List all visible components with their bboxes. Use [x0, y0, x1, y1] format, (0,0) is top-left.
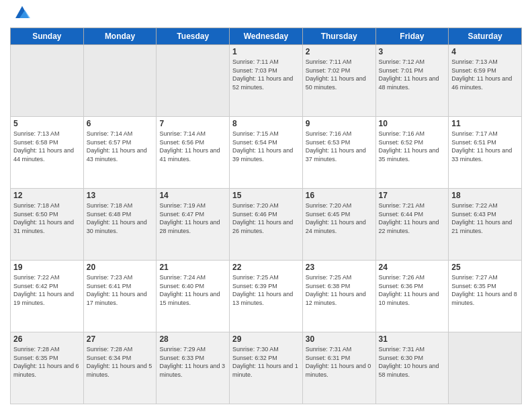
calendar-cell: 11Sunrise: 7:17 AMSunset: 6:51 PMDayligh…: [449, 117, 522, 189]
calendar-cell: [157, 45, 230, 117]
calendar-cell: 8Sunrise: 7:15 AMSunset: 6:54 PMDaylight…: [230, 117, 303, 189]
day-info: Sunrise: 7:12 AMSunset: 7:01 PMDaylight:…: [379, 58, 446, 91]
calendar-cell: 24Sunrise: 7:26 AMSunset: 6:36 PMDayligh…: [375, 261, 449, 332]
calendar-cell: 1Sunrise: 7:11 AMSunset: 7:03 PMDaylight…: [230, 45, 303, 117]
calendar-cell: 31Sunrise: 7:31 AMSunset: 6:30 PMDayligh…: [375, 332, 449, 404]
calendar-cell: 4Sunrise: 7:13 AMSunset: 6:59 PMDaylight…: [449, 45, 522, 117]
day-info: Sunrise: 7:25 AMSunset: 6:38 PMDaylight:…: [306, 273, 373, 307]
day-header-sunday: Sunday: [11, 28, 84, 45]
day-number: 18: [451, 191, 519, 200]
day-number: 1: [232, 47, 300, 56]
day-info: Sunrise: 7:17 AMSunset: 6:51 PMDaylight:…: [451, 130, 519, 163]
day-number: 16: [306, 191, 373, 200]
calendar-cell: 13Sunrise: 7:18 AMSunset: 6:48 PMDayligh…: [83, 189, 157, 261]
day-number: 23: [306, 263, 373, 272]
header: [10, 7, 522, 22]
day-number: 19: [13, 263, 81, 272]
day-header-thursday: Thursday: [302, 28, 375, 45]
day-number: 9: [306, 119, 373, 128]
calendar: SundayMondayTuesdayWednesdayThursdayFrid…: [10, 28, 522, 404]
day-info: Sunrise: 7:22 AMSunset: 6:42 PMDaylight:…: [13, 273, 81, 307]
calendar-cell: 15Sunrise: 7:20 AMSunset: 6:46 PMDayligh…: [230, 189, 303, 261]
calendar-cell: 12Sunrise: 7:18 AMSunset: 6:50 PMDayligh…: [11, 189, 84, 261]
calendar-cell: [449, 332, 522, 404]
day-number: 22: [232, 263, 300, 272]
day-info: Sunrise: 7:22 AMSunset: 6:43 PMDaylight:…: [451, 201, 519, 235]
calendar-cell: 5Sunrise: 7:13 AMSunset: 6:58 PMDaylight…: [11, 117, 84, 189]
calendar-cell: 17Sunrise: 7:21 AMSunset: 6:44 PMDayligh…: [375, 189, 449, 261]
day-info: Sunrise: 7:19 AMSunset: 6:47 PMDaylight:…: [159, 201, 226, 235]
day-info: Sunrise: 7:15 AMSunset: 6:54 PMDaylight:…: [232, 130, 300, 163]
day-info: Sunrise: 7:11 AMSunset: 7:02 PMDaylight:…: [306, 58, 373, 91]
calendar-cell: 30Sunrise: 7:31 AMSunset: 6:31 PMDayligh…: [302, 332, 375, 404]
calendar-cell: 16Sunrise: 7:20 AMSunset: 6:45 PMDayligh…: [302, 189, 375, 261]
day-header-friday: Friday: [375, 28, 449, 45]
day-number: 17: [379, 191, 446, 200]
day-info: Sunrise: 7:29 AMSunset: 6:33 PMDaylight:…: [159, 345, 226, 379]
day-number: 30: [306, 334, 373, 344]
day-number: 20: [87, 263, 154, 272]
day-info: Sunrise: 7:24 AMSunset: 6:40 PMDaylight:…: [159, 273, 226, 307]
day-number: 7: [159, 119, 226, 128]
day-info: Sunrise: 7:31 AMSunset: 6:30 PMDaylight:…: [379, 345, 446, 379]
day-number: 25: [451, 263, 519, 272]
day-info: Sunrise: 7:16 AMSunset: 6:52 PMDaylight:…: [379, 130, 446, 163]
day-number: 2: [306, 47, 373, 56]
calendar-cell: [11, 45, 84, 117]
day-info: Sunrise: 7:18 AMSunset: 6:48 PMDaylight:…: [87, 201, 154, 235]
day-number: 3: [379, 47, 446, 56]
day-number: 11: [451, 119, 519, 128]
day-info: Sunrise: 7:30 AMSunset: 6:32 PMDaylight:…: [232, 345, 300, 379]
calendar-cell: 29Sunrise: 7:30 AMSunset: 6:32 PMDayligh…: [230, 332, 303, 404]
day-number: 28: [159, 334, 226, 344]
calendar-cell: 21Sunrise: 7:24 AMSunset: 6:40 PMDayligh…: [157, 261, 230, 332]
day-header-tuesday: Tuesday: [157, 28, 230, 45]
day-info: Sunrise: 7:11 AMSunset: 7:03 PMDaylight:…: [232, 58, 300, 91]
day-info: Sunrise: 7:25 AMSunset: 6:39 PMDaylight:…: [232, 273, 300, 307]
calendar-cell: 19Sunrise: 7:22 AMSunset: 6:42 PMDayligh…: [11, 261, 84, 332]
day-number: 21: [159, 263, 226, 272]
day-number: 29: [232, 334, 300, 344]
day-info: Sunrise: 7:14 AMSunset: 6:56 PMDaylight:…: [159, 130, 226, 163]
day-info: Sunrise: 7:28 AMSunset: 6:35 PMDaylight:…: [13, 345, 81, 379]
day-number: 10: [379, 119, 446, 128]
calendar-cell: 22Sunrise: 7:25 AMSunset: 6:39 PMDayligh…: [230, 261, 303, 332]
logo: [10, 7, 32, 22]
calendar-cell: 7Sunrise: 7:14 AMSunset: 6:56 PMDaylight…: [157, 117, 230, 189]
calendar-cell: 14Sunrise: 7:19 AMSunset: 6:47 PMDayligh…: [157, 189, 230, 261]
day-info: Sunrise: 7:28 AMSunset: 6:34 PMDaylight:…: [87, 345, 154, 379]
calendar-cell: 26Sunrise: 7:28 AMSunset: 6:35 PMDayligh…: [11, 332, 84, 404]
calendar-cell: 18Sunrise: 7:22 AMSunset: 6:43 PMDayligh…: [449, 189, 522, 261]
calendar-cell: 10Sunrise: 7:16 AMSunset: 6:52 PMDayligh…: [375, 117, 449, 189]
day-number: 13: [87, 191, 154, 200]
day-number: 5: [13, 119, 81, 128]
day-info: Sunrise: 7:14 AMSunset: 6:57 PMDaylight:…: [87, 130, 154, 163]
calendar-cell: 28Sunrise: 7:29 AMSunset: 6:33 PMDayligh…: [157, 332, 230, 404]
day-number: 26: [13, 334, 81, 344]
calendar-cell: 27Sunrise: 7:28 AMSunset: 6:34 PMDayligh…: [83, 332, 157, 404]
day-info: Sunrise: 7:13 AMSunset: 6:59 PMDaylight:…: [451, 58, 519, 91]
calendar-cell: 23Sunrise: 7:25 AMSunset: 6:38 PMDayligh…: [302, 261, 375, 332]
day-info: Sunrise: 7:13 AMSunset: 6:58 PMDaylight:…: [13, 130, 81, 163]
calendar-cell: 25Sunrise: 7:27 AMSunset: 6:35 PMDayligh…: [449, 261, 522, 332]
day-header-saturday: Saturday: [449, 28, 522, 45]
calendar-cell: 6Sunrise: 7:14 AMSunset: 6:57 PMDaylight…: [83, 117, 157, 189]
day-number: 6: [87, 119, 154, 128]
logo-icon: [13, 3, 32, 22]
day-number: 12: [13, 191, 81, 200]
calendar-cell: [83, 45, 157, 117]
day-number: 14: [159, 191, 226, 200]
day-header-wednesday: Wednesday: [230, 28, 303, 45]
day-number: 24: [379, 263, 446, 272]
calendar-cell: 20Sunrise: 7:23 AMSunset: 6:41 PMDayligh…: [83, 261, 157, 332]
day-info: Sunrise: 7:21 AMSunset: 6:44 PMDaylight:…: [379, 201, 446, 235]
day-number: 8: [232, 119, 300, 128]
day-info: Sunrise: 7:20 AMSunset: 6:46 PMDaylight:…: [232, 201, 300, 235]
calendar-cell: 3Sunrise: 7:12 AMSunset: 7:01 PMDaylight…: [375, 45, 449, 117]
day-number: 4: [451, 47, 519, 56]
day-header-monday: Monday: [83, 28, 157, 45]
day-info: Sunrise: 7:27 AMSunset: 6:35 PMDaylight:…: [451, 273, 519, 307]
calendar-cell: 9Sunrise: 7:16 AMSunset: 6:53 PMDaylight…: [302, 117, 375, 189]
day-info: Sunrise: 7:20 AMSunset: 6:45 PMDaylight:…: [306, 201, 373, 235]
day-info: Sunrise: 7:31 AMSunset: 6:31 PMDaylight:…: [306, 345, 373, 379]
